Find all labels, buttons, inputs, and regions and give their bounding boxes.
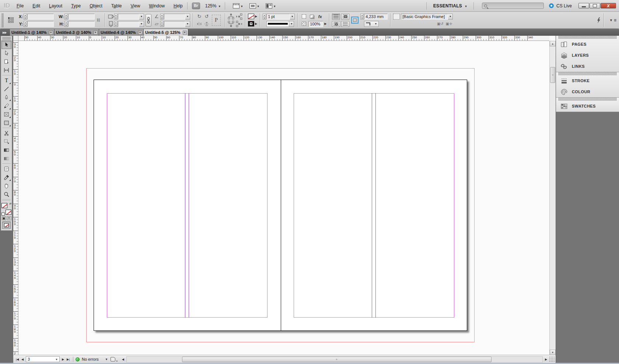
- tool-type[interactable]: T: [1, 76, 11, 85]
- document-tab[interactable]: Untitled-4 @ 140%×: [99, 29, 144, 36]
- document-tab[interactable]: Untitled-1 @ 140%×: [10, 29, 55, 36]
- wrap-around-object-shape-button[interactable]: [332, 21, 340, 27]
- vertical-scroll-thumb[interactable]: ≡: [550, 67, 555, 83]
- tool-pen[interactable]: [1, 93, 11, 102]
- panel-button-stroke[interactable]: STROKE: [556, 75, 619, 86]
- menu-view[interactable]: View: [131, 3, 140, 8]
- rotation-stepper[interactable]: ▲▼: [160, 14, 164, 20]
- tool-scissors[interactable]: [1, 129, 11, 137]
- stroke-weight-dropdown[interactable]: ▼: [290, 14, 295, 20]
- tool-pencil[interactable]: [1, 102, 11, 110]
- view-options-button[interactable]: [233, 3, 243, 8]
- corner-radius-value[interactable]: 4,233 mm: [364, 14, 388, 20]
- menu-help[interactable]: Help: [174, 3, 183, 8]
- close-button[interactable]: X: [601, 3, 616, 8]
- panel-button-links[interactable]: LINKS: [556, 61, 619, 72]
- fill-color-well[interactable]: [1, 203, 7, 208]
- scale-y-stepper[interactable]: ▲▼: [114, 21, 118, 27]
- last-page-button[interactable]: ▶|: [66, 358, 71, 361]
- pasteboard-canvas[interactable]: [18, 41, 549, 355]
- fill-flyout-icon[interactable]: ▶: [255, 15, 257, 18]
- tool-rectangle-frame[interactable]: [1, 110, 11, 119]
- scale-x-input[interactable]: [118, 14, 139, 20]
- scroll-right-button[interactable]: ▶: [543, 358, 549, 361]
- corner-shape-select[interactable]: ▼: [364, 21, 379, 27]
- object-style-dropdown[interactable]: ▼: [448, 14, 453, 20]
- select-container-button[interactable]: P: [212, 15, 221, 26]
- horizontal-scroll-thumb[interactable]: ≡: [182, 357, 492, 362]
- next-page-button[interactable]: ▶: [60, 358, 66, 361]
- screen-mode-button[interactable]: [249, 3, 259, 8]
- wrap-around-bounding-box-button[interactable]: [341, 14, 349, 20]
- tools-panel-grip[interactable]: [2, 37, 11, 40]
- document-tab[interactable]: Untitled-5 @ 125%×: [144, 29, 188, 36]
- tool-hand[interactable]: [1, 182, 11, 190]
- select-next-object-right-button[interactable]: [236, 21, 242, 27]
- w-input[interactable]: [68, 14, 95, 20]
- vertical-scrollbar[interactable]: ▲ ≡ ▼: [549, 41, 556, 355]
- minimize-button[interactable]: [578, 3, 589, 8]
- previous-page-button[interactable]: ◀: [20, 358, 25, 361]
- select-next-object-button[interactable]: [228, 21, 234, 27]
- frame-fitting-button[interactable]: [351, 17, 359, 24]
- restore-button[interactable]: [590, 3, 600, 8]
- tab-close-icon[interactable]: ×: [49, 31, 53, 35]
- stroke-type-select[interactable]: [266, 21, 289, 27]
- shear-input[interactable]: [164, 21, 185, 27]
- tool-page[interactable]: [1, 57, 11, 66]
- page-number-combo[interactable]: 3▼: [26, 356, 60, 362]
- stroke-swatch[interactable]: [248, 21, 254, 27]
- apply-none-button[interactable]: [2, 221, 11, 229]
- tool-zoom[interactable]: [1, 190, 11, 199]
- panel-button-swatches[interactable]: SWATCHES: [556, 101, 619, 112]
- default-fill-stroke-icon[interactable]: [1, 213, 5, 216]
- tab-overflow-icon[interactable]: ▶▶: [3, 31, 6, 34]
- tool-note[interactable]: [1, 165, 11, 173]
- opacity-flyout-icon[interactable]: ▶: [324, 22, 326, 25]
- shear-stepper[interactable]: ▲▼: [160, 21, 164, 27]
- tool-gradient-feather[interactable]: [1, 154, 11, 163]
- menu-window[interactable]: Window: [149, 3, 165, 8]
- dock-group-grip[interactable]: [558, 36, 617, 39]
- scroll-up-button[interactable]: ▲: [550, 41, 556, 46]
- stroke-weight-stepper[interactable]: ▲▼: [263, 14, 266, 20]
- fill-stroke-indicator[interactable]: ⇄: [1, 202, 11, 216]
- document-tab[interactable]: Untitled-3 @ 140%×: [55, 29, 99, 36]
- scroll-down-button[interactable]: ▼: [550, 350, 556, 355]
- tool-eyedropper[interactable]: [1, 173, 11, 182]
- cs-live-button[interactable]: CS Live: [549, 3, 572, 8]
- tool-gradient-swatch[interactable]: [1, 146, 11, 154]
- quick-apply-button[interactable]: [596, 17, 601, 24]
- formatting-affects-container-button[interactable]: ▣: [2, 216, 6, 220]
- object-style-select[interactable]: [Basic Graphics Frame]: [401, 14, 448, 20]
- y-stepper[interactable]: ▲▼: [24, 21, 27, 27]
- panel-button-pages[interactable]: PAGES: [556, 39, 619, 50]
- preflight-panel-icon[interactable]: [111, 357, 115, 361]
- flip-vertical-button[interactable]: [203, 21, 210, 27]
- rotation-input[interactable]: [164, 14, 185, 20]
- transparency-button[interactable]: [300, 14, 307, 20]
- menu-object[interactable]: Object: [90, 3, 102, 8]
- rotate-cw-button[interactable]: ↻: [196, 13, 203, 20]
- x-input[interactable]: [27, 14, 54, 20]
- menu-file[interactable]: File: [17, 3, 24, 8]
- constrain-proportions-icon[interactable]: ⛓: [95, 17, 102, 23]
- scale-x-dropdown[interactable]: ▼: [139, 14, 144, 20]
- stroke-type-dropdown[interactable]: ▼: [289, 21, 294, 27]
- panel-grip[interactable]: [1, 13, 4, 27]
- rotation-dropdown[interactable]: ▼: [185, 14, 190, 20]
- arrange-documents-button[interactable]: [266, 3, 276, 8]
- stroke-flyout-icon[interactable]: ▶: [255, 22, 257, 25]
- horizontal-scrollbar[interactable]: ≡: [126, 356, 543, 363]
- bridge-button[interactable]: Br: [192, 3, 200, 9]
- reference-point-proxy[interactable]: [8, 17, 14, 23]
- drop-shadow-button[interactable]: [308, 14, 315, 20]
- preflight-menu-dropdown[interactable]: ▼: [104, 358, 109, 361]
- tool-selection[interactable]: [1, 41, 11, 49]
- tool-free-transform[interactable]: [1, 137, 11, 146]
- opacity-value[interactable]: 100%: [308, 21, 323, 27]
- h-input[interactable]: [68, 21, 95, 27]
- menu-table[interactable]: Table: [111, 3, 122, 8]
- scale-y-dropdown[interactable]: ▼: [139, 21, 144, 27]
- first-page-button[interactable]: |◀: [15, 358, 20, 361]
